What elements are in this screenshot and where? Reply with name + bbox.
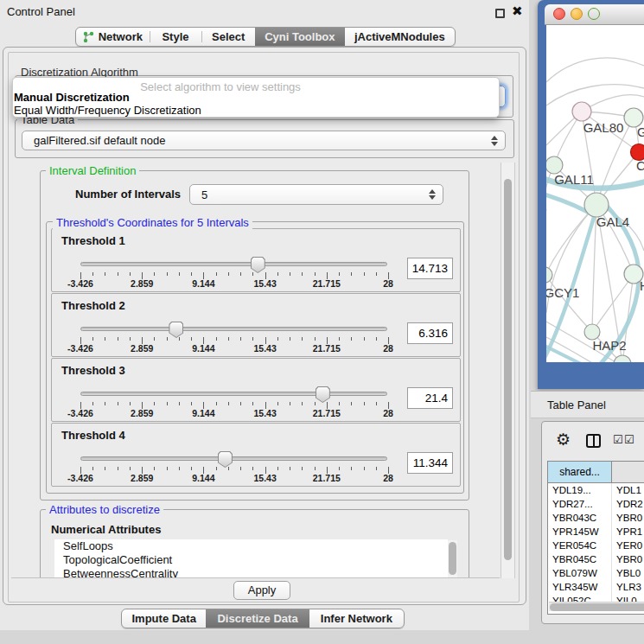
node-gal80[interactable] <box>572 102 591 121</box>
attribute-list-item[interactable]: TopologicalCoefficient <box>54 553 448 567</box>
control-panel-titlebar: Control Panel ✖ <box>0 0 529 22</box>
threshold-1-box: Threshold 1 -3.4262.8599.14415.4321.7152… <box>51 228 461 292</box>
scrollbar-thumb[interactable] <box>504 179 512 560</box>
threshold-1-value-field[interactable]: 14.713 <box>407 258 453 279</box>
column-header-shared[interactable]: shared... <box>548 462 612 482</box>
threshold-4-label: Threshold 4 <box>61 429 125 442</box>
tab-network-label: Network <box>99 30 143 43</box>
threshold-2-value-field[interactable]: 6.316 <box>407 322 453 344</box>
attributes-group-label: Attributes to discretize <box>46 503 163 516</box>
attributes-list-scrollbar[interactable] <box>448 540 457 578</box>
threshold-2-slider[interactable] <box>80 327 387 331</box>
column-header-name[interactable]: n <box>612 462 644 482</box>
slider-scale-labels: -3.4262.8599.14415.4321.71528 <box>80 408 388 418</box>
node-label-gcy1: GCY1 <box>546 285 579 300</box>
thresholds-group: Threshold's Coordinates for 5 Intervals … <box>46 221 464 494</box>
tab-cyni-toolbox[interactable]: Cyni Toolbox <box>255 28 345 46</box>
tab-jactivemnodules[interactable]: jActiveMNodules <box>345 28 455 46</box>
slider-thumb[interactable] <box>218 451 233 468</box>
node-label-c: C <box>636 158 644 173</box>
tab-style[interactable]: Style <box>150 28 202 46</box>
attribute-list-item[interactable]: BetweennessCentrality <box>54 567 448 578</box>
node-label-hap2: HAP2 <box>592 338 626 353</box>
control-panel-window: Control Panel ✖ Network Style Se <box>0 0 529 630</box>
node-label-g: G <box>637 124 644 139</box>
node-bottom[interactable] <box>614 355 631 362</box>
numerical-attributes-list[interactable]: SelfLoopsTopologicalCoefficientBetweenne… <box>54 539 448 578</box>
slider-scale-labels: -3.4262.8599.14415.4321.71528 <box>80 343 388 354</box>
slider-thumb[interactable] <box>169 322 183 338</box>
threshold-1-label: Threshold 1 <box>61 234 125 247</box>
float-window-icon[interactable] <box>495 9 505 18</box>
table-data-value: galFiltered.sif default node <box>34 134 165 147</box>
spinner-arrows-icon <box>429 189 436 200</box>
close-icon[interactable]: ✖ <box>512 3 523 19</box>
node-gcy1[interactable] <box>546 267 552 283</box>
split-columns-icon[interactable] <box>586 434 601 448</box>
checkbox-icon[interactable]: ☑ <box>624 433 634 446</box>
checkbox-icon[interactable]: ☑ <box>613 433 623 446</box>
tab-network[interactable]: Network <box>76 28 150 46</box>
tab-discretize-data[interactable]: Discretize Data <box>206 609 309 628</box>
settings-vertical-scrollbar[interactable] <box>501 163 515 578</box>
apply-button[interactable]: Apply <box>233 581 290 600</box>
attribute-list-item[interactable]: SelfLoops <box>54 539 448 553</box>
table-panel-title: Table Panel <box>547 399 606 411</box>
table-horizontal-scrollbar[interactable] <box>549 602 644 611</box>
threshold-4-box: Threshold 4 -3.4262.8599.14415.4321.7152… <box>51 423 461 487</box>
node-attribute-table: shared... n YDL19...YDL1YDR27...YDR2YBR0… <box>547 461 644 615</box>
tab-select[interactable]: Select <box>201 28 255 46</box>
threshold-3-value-field[interactable]: 21.4 <box>407 387 453 409</box>
number-of-intervals-spinner[interactable]: 5 <box>189 184 443 205</box>
combo-arrows-icon <box>491 136 498 146</box>
tab-infer-network[interactable]: Infer Network <box>309 609 404 628</box>
threshold-1-slider[interactable] <box>80 262 387 266</box>
zoom-traffic-light-icon[interactable] <box>588 8 600 20</box>
table-row[interactable]: YBR045CYBR0 <box>548 552 644 566</box>
minimize-traffic-light-icon[interactable] <box>571 8 583 20</box>
table-row[interactable]: YDR27...YDR2 <box>548 497 644 511</box>
gear-icon[interactable]: ⚙ <box>556 431 571 448</box>
slider-thumb[interactable] <box>316 386 330 403</box>
top-tab-bar: Network Style Select Cyni Toolbox jActiv… <box>75 27 456 47</box>
panel-title: Control Panel <box>7 5 75 18</box>
threshold-3-box: Threshold 3 -3.4262.8599.14415.4321.7152… <box>51 358 461 422</box>
node-gal11[interactable] <box>546 156 563 174</box>
table-row[interactable]: YBR043CYBR0 <box>548 511 644 525</box>
table-row[interactable]: YER054CYER0 <box>548 539 644 552</box>
node-label-gal80: GAL80 <box>583 120 624 135</box>
tab-impute-data[interactable]: Impute Data <box>122 609 206 628</box>
table-header-row: shared... n <box>548 462 644 483</box>
table-row[interactable]: YLR345WYLR3 <box>548 580 644 594</box>
slider-scale-labels: -3.4262.8599.14415.4321.71528 <box>80 278 388 289</box>
table-panel-titlebar: Table Panel <box>531 391 644 418</box>
close-traffic-light-icon[interactable] <box>553 8 565 20</box>
table-data-combobox[interactable]: galFiltered.sif default node <box>22 131 506 150</box>
algorithm-item-equal-width[interactable]: Equal Width/Frequency Discretization <box>14 104 201 117</box>
algorithm-item-manual[interactable]: Manual Discretization <box>14 91 130 104</box>
slider-thumb[interactable] <box>251 257 265 273</box>
threshold-3-label: Threshold 3 <box>61 364 125 377</box>
discretize-content-panel: Discretization Algorithm Select algorith… <box>8 52 520 603</box>
threshold-2-label: Threshold 2 <box>61 299 125 312</box>
network-view-window[interactable]: GAL80 G C GAL11 GAL4 GCY1 H HAP2 <box>538 0 644 389</box>
node-label-gal11: GAL11 <box>554 172 594 187</box>
number-of-intervals-value: 5 <box>201 188 207 201</box>
table-row[interactable]: YDL19...YDL1 <box>548 483 644 497</box>
table-row[interactable]: YPR145WYPR1 <box>548 525 644 539</box>
number-of-intervals-label: Number of Intervals <box>72 188 184 201</box>
threshold-4-slider[interactable] <box>80 456 387 461</box>
bottom-tab-bar: Impute Data Discretize Data Infer Networ… <box>121 609 405 628</box>
node-label-h: H <box>640 278 644 293</box>
scrollbar-thumb[interactable] <box>550 603 644 611</box>
network-canvas[interactable]: GAL80 G C GAL11 GAL4 GCY1 H HAP2 <box>546 25 644 362</box>
screenshot-stage: Control Panel ✖ Network Style Se <box>0 0 644 644</box>
threshold-3-slider[interactable] <box>80 392 387 396</box>
interval-definition-group-label: Interval Definition <box>46 164 139 177</box>
numerical-attributes-label: Numerical Attributes <box>48 523 164 536</box>
node-gal4[interactable] <box>584 193 609 217</box>
network-window-titlebar <box>545 4 644 25</box>
table-panel-window: ⚙ ☑ ☑ shared... n YDL19...YDL1YDR27...YD… <box>541 421 644 624</box>
table-row[interactable]: YBL079WYBL0 <box>548 566 644 580</box>
threshold-4-value-field[interactable]: 11.344 <box>407 452 453 474</box>
